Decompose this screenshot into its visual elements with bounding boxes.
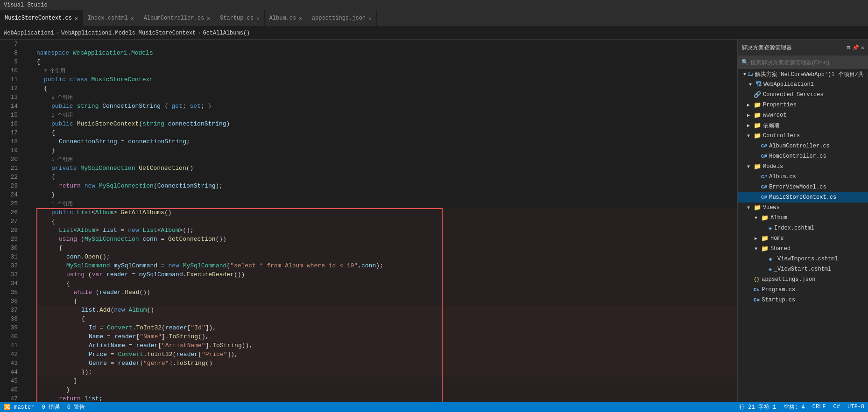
arrow-wwwroot[interactable]: ▶ — [747, 112, 753, 118]
tree-items-container: ▶ 🔗 Connected Services ▶ 📁 Properties ▶ … — [738, 90, 868, 305]
tree-item-musicstorecontext-cs[interactable]: ▶ C# MusicStoreContext.cs — [738, 192, 868, 203]
tree-item-models[interactable]: ▼ 📁 Models — [738, 161, 868, 172]
line-num-23: 23 — [0, 182, 20, 190]
folder-icon: 📁 — [761, 214, 769, 222]
tab-album[interactable]: Album.cs✕ — [265, 10, 307, 26]
folder-icon: 📁 — [754, 204, 761, 211]
code-line-16: public MusicStoreContext(string connecti… — [36, 119, 737, 128]
breadcrumb-method[interactable]: GetAllAlbums() — [203, 30, 250, 36]
code-line-14: public string ConnectionString { get; se… — [36, 102, 737, 111]
label-views: Views — [763, 204, 780, 211]
tab-startup[interactable]: Startup.cs✕ — [215, 10, 265, 26]
status-spaces: 空格: 4 — [783, 403, 805, 411]
line-content: Id = Convert.ToInt32(reader["Id"]), — [89, 323, 216, 332]
line-content: { — [51, 173, 55, 182]
tree-item-deps[interactable]: ▶ 📁 依赖项 — [738, 120, 868, 131]
code-line-7 — [36, 40, 737, 49]
solution-explorer: 解决方案资源管理器 ⊟ 📌 ✕ 🔍 ▼ 🗂 解决方案'NetCoreWebApp… — [737, 40, 868, 402]
se-search-input[interactable] — [750, 59, 864, 66]
folder-icon: 📁 — [761, 235, 769, 242]
tree-item-album-cs[interactable]: ▶ C# Album.cs — [738, 172, 868, 182]
folder-icon: 📁 — [761, 245, 769, 252]
tree-item-shared-folder[interactable]: ▼ 📁 Shared — [738, 244, 868, 254]
cs-icon: C# — [761, 143, 767, 149]
code-line-43: Genre = reader["genre"].ToString() — [36, 359, 737, 368]
se-collapse-icon[interactable]: ⊟ — [847, 44, 850, 51]
project-arrow[interactable]: ▼ — [749, 82, 755, 87]
se-search-bar[interactable]: 🔍 — [738, 56, 868, 69]
tree-item-index-cshtml[interactable]: ▶ ◈ Index.cshtml — [738, 223, 868, 233]
tree-item-startup-cs[interactable]: ▶ C# Startup.cs — [738, 295, 868, 305]
tree-item-views[interactable]: ▼ 📁 Views — [738, 203, 868, 213]
tab-appsettings[interactable]: appsettings.json✕ — [307, 10, 377, 26]
tab-close-icon[interactable]: ✕ — [299, 15, 302, 21]
arrow-models[interactable]: ▼ — [747, 164, 753, 169]
se-close-icon[interactable]: ✕ — [861, 44, 864, 51]
tree-item-controllers[interactable]: ▼ 📁 Controllers — [738, 131, 868, 141]
arrow-shared-folder[interactable]: ▼ — [755, 246, 760, 251]
cs-icon: C# — [761, 174, 767, 180]
line-content: { — [81, 314, 85, 323]
label-albumcontroller-cs: AlbumController.cs — [769, 143, 830, 149]
arrow-album-folder[interactable]: ▼ — [755, 216, 760, 221]
gutter — [23, 40, 33, 402]
title-label: Visual Studio — [4, 2, 48, 8]
status-line-col: 行 21 字符 1 — [739, 403, 776, 411]
code-line-47: return list; — [36, 394, 737, 402]
line-num-44: 44 — [0, 368, 20, 377]
tree-item-album-folder[interactable]: ▼ 📁 Album — [738, 213, 868, 223]
tree-item-appsettings-json[interactable]: ▶ {} appsettings.json — [738, 274, 868, 285]
arrow-home-folder[interactable]: ▶ — [755, 236, 760, 241]
tab-index[interactable]: Index.cshtml✕ — [83, 10, 139, 26]
line-content: public string ConnectionString { get; se… — [51, 102, 212, 111]
line-num-31: 31 — [0, 252, 20, 261]
line-num-38: 38 — [0, 314, 20, 323]
breadcrumb-project[interactable]: WebApplication1 — [4, 30, 54, 36]
tree-item-wwwroot[interactable]: ▶ 📁 wwwroot — [738, 110, 868, 120]
editor-area: 7891011121314151617181920212223242526272… — [0, 40, 737, 402]
breadcrumb-model[interactable]: WebApplication1.Models.MusicStoreContext — [61, 30, 196, 36]
arrow-controllers[interactable]: ▼ — [747, 133, 753, 139]
tree-item-properties[interactable]: ▶ 📁 Properties — [738, 100, 868, 110]
tab-close-icon[interactable]: ✕ — [131, 15, 134, 21]
tab-close-icon[interactable]: ✕ — [75, 15, 78, 21]
tab-close-icon[interactable]: ✕ — [256, 15, 260, 21]
line-content: { — [66, 279, 70, 288]
tab-musicstorecontext[interactable]: MusicStoreContext.cs✕ — [0, 10, 83, 26]
code-line-41: ArtistName = reader["ArtistName"].ToStri… — [36, 341, 737, 350]
se-pin-icon[interactable]: 📌 — [852, 44, 859, 51]
tree-item-viewimports[interactable]: ▶ ◈ _ViewImports.cshtml — [738, 254, 868, 264]
tree-project[interactable]: ▼ 🏗 WebApplication1 — [738, 79, 868, 90]
code-content[interactable]: namespace WebApplication1.Models{7 个引用pu… — [33, 40, 737, 402]
solution-arrow[interactable]: ▼ — [743, 72, 746, 77]
line-num-20: 20 — [0, 155, 20, 164]
line-content: { — [44, 84, 48, 93]
tab-close-icon[interactable]: ✕ — [207, 15, 210, 21]
cs-icon: C# — [754, 297, 760, 303]
line-num-35: 35 — [0, 288, 20, 297]
line-num-36: 36 — [0, 297, 20, 306]
status-errors: 0 错误 — [42, 403, 59, 411]
code-line-42: Price = Convert.ToInt32(reader["Price"])… — [36, 350, 737, 359]
tree-item-home-folder[interactable]: ▶ 📁 Home — [738, 233, 868, 244]
tree-solution[interactable]: ▼ 🗂 解决方案'NetCoreWebApp'(1 个项目/共 1 个) — [738, 69, 868, 79]
arrow-properties[interactable]: ▶ — [747, 102, 753, 108]
breadcrumb-bar: WebApplication1 › WebApplication1.Models… — [0, 27, 868, 40]
tree-item-connected-services[interactable]: ▶ 🔗 Connected Services — [738, 90, 868, 100]
tab-albumcontroller[interactable]: AlbumController.cs✕ — [139, 10, 215, 26]
status-branch: 🔀 master — [4, 404, 34, 411]
arrow-views[interactable]: ▼ — [747, 205, 753, 210]
tree-item-albumcontroller-cs[interactable]: ▶ C# AlbumController.cs — [738, 141, 868, 151]
line-num-17: 17 — [0, 128, 20, 137]
line-num-29: 29 — [0, 235, 20, 244]
tree-item-homecontroller-cs[interactable]: ▶ C# HomeController.cs — [738, 151, 868, 161]
tab-bar: MusicStoreContext.cs✕Index.cshtml✕AlbumC… — [0, 10, 868, 27]
arrow-deps[interactable]: ▶ — [747, 123, 753, 128]
status-warnings: 0 警告 — [67, 403, 85, 411]
label-viewstart: _ViewStart.cshtml — [774, 266, 831, 272]
tree-item-program-cs[interactable]: ▶ C# Program.cs — [738, 285, 868, 295]
line-content: { — [59, 244, 63, 252]
tree-item-errorviewmodel-cs[interactable]: ▶ C# ErrorViewModel.cs — [738, 182, 868, 192]
tree-item-viewstart[interactable]: ▶ ◈ _ViewStart.cshtml — [738, 264, 868, 274]
tab-close-icon[interactable]: ✕ — [368, 15, 372, 21]
